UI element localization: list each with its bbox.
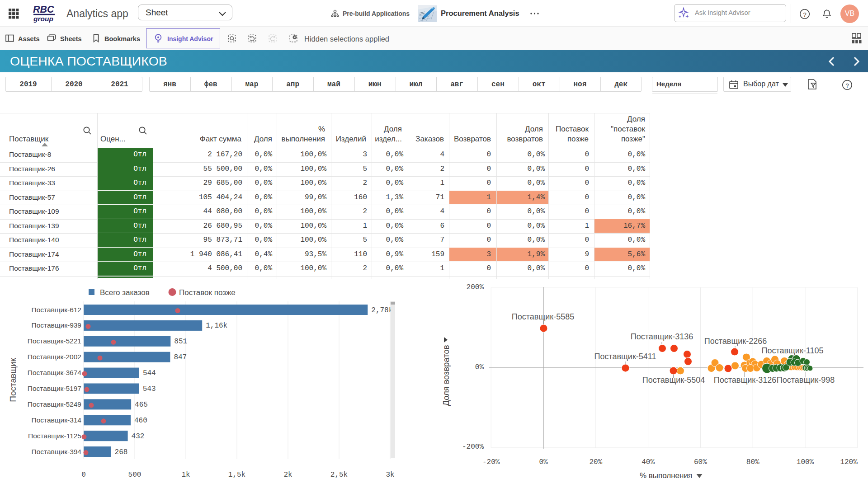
svg-text:-20%: -20% — [482, 458, 500, 466]
svg-text:120%: 120% — [840, 458, 858, 466]
svg-text:Поставщик-2002: Поставщик-2002 — [28, 353, 81, 361]
svg-text:0: 0 — [81, 471, 86, 479]
svg-text:460: 460 — [134, 417, 147, 425]
svg-text:Поставщик-5411: Поставщик-5411 — [594, 352, 656, 361]
svg-text:2k: 2k — [283, 471, 292, 479]
svg-text:Поставок позже: Поставок позже — [179, 288, 236, 297]
svg-text:Поставщик-5504: Поставщик-5504 — [642, 375, 705, 385]
svg-text:% выполнения: % выполнения — [640, 471, 692, 480]
svg-text:Поставщик-1105: Поставщик-1105 — [761, 346, 823, 355]
svg-text:Поставщик-3136: Поставщик-3136 — [631, 332, 693, 341]
svg-text:2,78k: 2,78k — [371, 306, 393, 314]
svg-text:0%: 0% — [475, 363, 484, 371]
svg-text:Поставщик-939: Поставщик-939 — [31, 321, 81, 329]
svg-text:Поставщик-2266: Поставщик-2266 — [704, 337, 767, 346]
svg-text:20%: 20% — [589, 458, 602, 466]
svg-text:Всего заказов: Всего заказов — [100, 288, 150, 297]
svg-text:847: 847 — [174, 353, 187, 361]
svg-text:544: 544 — [143, 369, 156, 377]
svg-text:1,5k: 1,5k — [228, 471, 245, 479]
svg-text:500: 500 — [128, 471, 142, 479]
svg-text:Поставщик-1125: Поставщик-1125 — [28, 432, 81, 440]
svg-text:Поставщик-3674: Поставщик-3674 — [28, 369, 82, 376]
svg-text:465: 465 — [135, 401, 148, 409]
svg-text:Доля возвратов: Доля возвратов — [441, 345, 451, 406]
svg-text:Поставщик-3126: Поставщик-3126 — [714, 375, 776, 385]
svg-text:0%: 0% — [539, 458, 548, 466]
svg-text:-200%: -200% — [462, 443, 484, 451]
svg-text:80%: 80% — [746, 458, 760, 466]
svg-text:1,16k: 1,16k — [206, 322, 227, 330]
svg-text:Поставщик-394: Поставщик-394 — [31, 448, 81, 455]
svg-text:Поставщик-5249: Поставщик-5249 — [28, 400, 81, 408]
svg-text:Поставщик-612: Поставщик-612 — [31, 306, 81, 314]
svg-text:Поставщик-5585: Поставщик-5585 — [512, 312, 574, 321]
svg-text:432: 432 — [132, 432, 145, 441]
svg-text:268: 268 — [115, 448, 128, 456]
svg-text:200%: 200% — [467, 283, 484, 291]
svg-text:3k: 3k — [386, 471, 394, 479]
svg-text:Поставщик-5197: Поставщик-5197 — [28, 385, 81, 392]
svg-text:Поставщик-998: Поставщик-998 — [777, 375, 835, 385]
svg-text:100%: 100% — [797, 458, 814, 466]
svg-text:851: 851 — [174, 338, 187, 346]
svg-text:60%: 60% — [694, 458, 707, 466]
svg-text:543: 543 — [143, 385, 156, 393]
svg-text:40%: 40% — [642, 458, 655, 466]
svg-text:Поставщик: Поставщик — [8, 358, 18, 402]
svg-text:2,5k: 2,5k — [330, 471, 348, 479]
svg-text:1k: 1k — [181, 471, 190, 479]
svg-text:Поставщик-5221: Поставщик-5221 — [28, 337, 81, 345]
svg-text:Поставщик-314: Поставщик-314 — [31, 416, 81, 424]
